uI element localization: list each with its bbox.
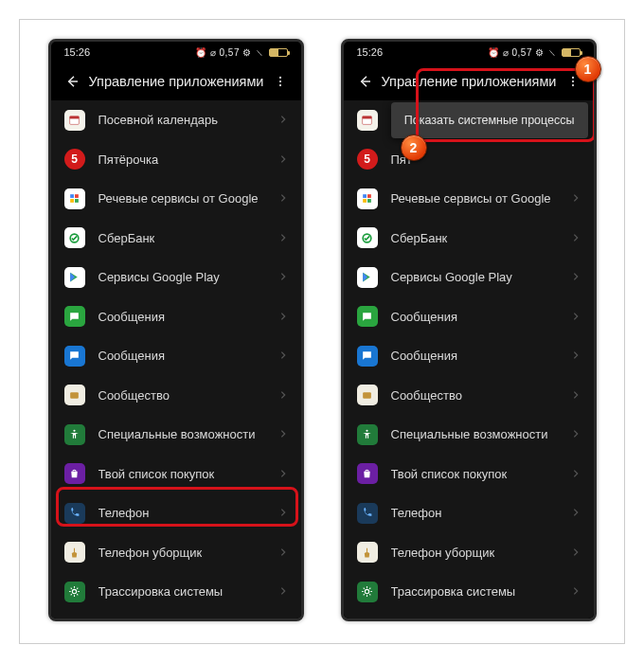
overflow-menu[interactable]: Показать системные процессы <box>391 102 588 138</box>
app-row-sberbank[interactable]: СберБанк <box>51 219 301 259</box>
app-label: СберБанк <box>98 231 278 245</box>
google-speech-icon <box>357 188 378 209</box>
app-row-accessibility[interactable]: Специальные возможности <box>51 415 301 455</box>
app-label: Посевной календарь <box>98 113 278 127</box>
app-row-community[interactable]: Сообщество <box>51 376 301 416</box>
app-row-phone-cleaner[interactable]: Телефон уборщик <box>344 533 594 573</box>
app-row-messages-1[interactable]: Сообщения <box>51 297 301 337</box>
app-row-shopping-list[interactable]: Твой список покупок <box>51 455 301 494</box>
app-row-speech-google[interactable]: Речевые сервисы от Google <box>344 179 594 219</box>
app-row-system-trace[interactable]: Трассировка системы <box>344 572 594 612</box>
cleaner-icon <box>357 542 378 563</box>
svg-rect-21 <box>367 199 371 203</box>
app-row-messages-1[interactable]: Сообщения <box>344 297 594 337</box>
app-header: Управление приложениями <box>51 63 301 100</box>
chevron-right-icon <box>278 231 288 245</box>
status-icons: ⏰ ⌀ 0,57 ⚙ ⟍ <box>488 47 581 58</box>
trace-icon <box>357 582 378 602</box>
back-button[interactable] <box>351 74 378 89</box>
app-row-phone[interactable]: Телефон <box>51 493 301 533</box>
pyaterochka-icon: 5 <box>357 149 378 170</box>
calendar-icon <box>64 110 85 131</box>
app-row-files[interactable]: Файлы <box>344 612 594 619</box>
app-row-shopping-list[interactable]: Твой список покупок <box>344 455 594 494</box>
sberbank-icon <box>357 227 378 248</box>
app-label: Твой список покупок <box>98 467 278 481</box>
app-label: Специальные возможности <box>98 427 278 441</box>
app-row-speech-google[interactable]: Речевые сервисы от Google <box>51 179 301 219</box>
svg-rect-18 <box>363 194 367 198</box>
app-row-accessibility[interactable]: Специальные возможности <box>344 415 594 455</box>
pyaterochka-icon: 5 <box>64 149 85 170</box>
chevron-right-icon <box>278 584 288 599</box>
phone-icon <box>357 503 378 524</box>
app-row-play-services[interactable]: Сервисы Google Play <box>51 258 301 297</box>
google-play-icon <box>357 267 378 288</box>
community-icon <box>64 385 85 405</box>
app-label: СберБанк <box>391 231 571 245</box>
app-row-play-services[interactable]: Сервисы Google Play <box>344 258 594 297</box>
app-row-messages-2[interactable]: Сообщения <box>51 336 301 376</box>
svg-point-1 <box>278 81 280 82</box>
chevron-right-icon <box>278 388 288 403</box>
app-label: Сервисы Google Play <box>98 270 278 284</box>
app-row-phone-cleaner[interactable]: Телефон уборщик <box>51 533 301 573</box>
svg-rect-5 <box>70 194 74 198</box>
app-label: Телефон уборщик <box>98 546 278 560</box>
cleaner-icon <box>64 542 85 563</box>
accessibility-icon <box>64 424 85 445</box>
svg-point-15 <box>571 84 573 86</box>
app-row-community[interactable]: Сообщество <box>344 376 594 416</box>
app-label: Сообщения <box>98 310 278 324</box>
app-label: Телефон уборщик <box>391 546 571 560</box>
chevron-right-icon <box>571 231 581 245</box>
back-button[interactable] <box>59 74 85 89</box>
status-bar: 15:26 ⏰ ⌀ 0,57 ⚙ ⟍ <box>51 42 301 63</box>
chevron-right-icon <box>278 467 288 481</box>
menu-item-show-system[interactable]: Показать системные процессы <box>404 114 575 127</box>
app-label: Сообщения <box>98 349 278 363</box>
overflow-menu-button[interactable] <box>267 75 294 88</box>
sberbank-icon <box>64 227 85 248</box>
app-label: Сообщения <box>391 349 571 363</box>
trace-icon <box>64 582 85 602</box>
status-icons: ⏰ ⌀ 0,57 ⚙ ⟍ <box>195 47 288 58</box>
clock: 15:26 <box>64 46 91 58</box>
chevron-right-icon <box>278 191 288 206</box>
chevron-right-icon <box>571 349 581 363</box>
app-label: Речевые сервисы от Google <box>391 191 571 206</box>
app-row-calendar[interactable]: Посевной календарь <box>51 100 301 140</box>
app-row-pyaterochka[interactable]: 5 Пятёрочка <box>51 140 301 180</box>
svg-rect-4 <box>70 116 80 119</box>
chevron-right-icon <box>571 467 581 481</box>
app-label: Речевые сервисы от Google <box>98 191 278 206</box>
app-row-sberbank[interactable]: СберБанк <box>344 219 594 259</box>
app-row-files[interactable]: Файлы <box>51 612 301 622</box>
svg-point-13 <box>571 77 573 79</box>
page-title: Управление приложениями <box>85 74 267 89</box>
app-row-phone[interactable]: Телефон <box>344 493 594 533</box>
chevron-right-icon <box>571 427 581 441</box>
app-label: Трассировка системы <box>391 584 571 599</box>
app-header: Управление приложениями <box>344 63 594 100</box>
phone-left: 15:26 ⏰ ⌀ 0,57 ⚙ ⟍ Управление приложения… <box>48 39 304 621</box>
svg-point-24 <box>366 430 367 432</box>
app-row-system-trace[interactable]: Трассировка системы <box>51 572 301 612</box>
community-icon <box>357 385 378 405</box>
battery-icon <box>562 48 581 57</box>
app-row-messages-2[interactable]: Сообщения <box>344 336 594 376</box>
app-row-pyaterochka[interactable]: 5 Пят <box>344 140 594 180</box>
chevron-right-icon <box>571 546 581 560</box>
chevron-right-icon <box>571 506 581 520</box>
phone-icon <box>64 503 85 524</box>
files-icon <box>64 620 85 621</box>
chevron-right-icon <box>571 584 581 599</box>
app-label: Сообщения <box>391 310 571 324</box>
app-label: Трассировка системы <box>98 584 278 599</box>
messages-icon <box>357 306 378 327</box>
chevron-right-icon <box>571 388 581 403</box>
messages-alt-icon <box>64 346 85 367</box>
chevron-right-icon <box>571 310 581 324</box>
status-bar: 15:26 ⏰ ⌀ 0,57 ⚙ ⟍ <box>344 42 594 63</box>
svg-rect-20 <box>363 199 367 203</box>
